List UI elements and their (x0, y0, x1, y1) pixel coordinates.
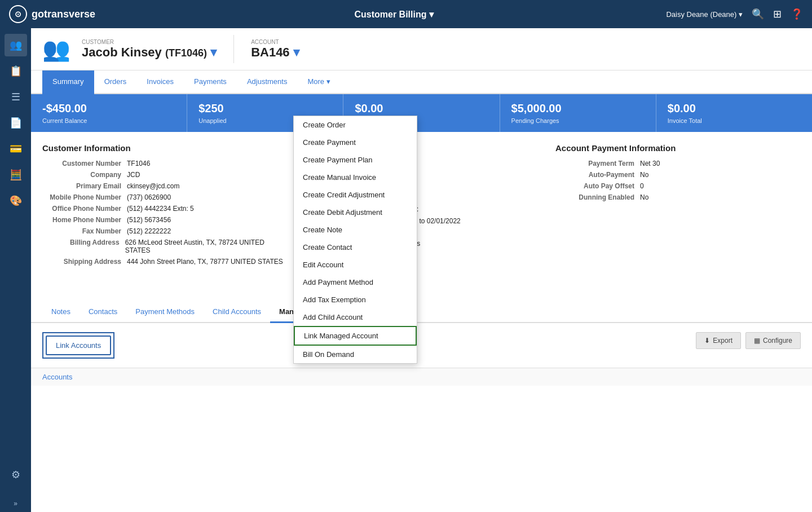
export-button[interactable]: ⬇ Export (696, 332, 741, 349)
account-name[interactable]: BA146 ▾ (251, 45, 299, 60)
sidebar-item-gear[interactable]: ⚙ (5, 464, 27, 486)
sidebar-item-document[interactable]: 📄 (5, 112, 27, 134)
dropdown-create-manual-invoice[interactable]: Create Manual Invoice (294, 169, 417, 186)
info-val-payment-term: Net 30 (640, 160, 660, 167)
sidebar-item-calculator[interactable]: 🧮 (5, 164, 27, 186)
sidebar: 👥 📋 ☰ 📄 💳 🧮 🎨 ⚙ » (0, 28, 31, 512)
stat-value-pending: $5,000.00 (511, 102, 645, 115)
bottom-content-area: Link Accounts ⬇ Export ▦ Configure (31, 323, 812, 368)
nav-right: Daisy Deane (Deane) ▾ 🔍 ⊞ ❓ (666, 8, 803, 20)
customer-avatar-icon: 👥 (42, 36, 70, 63)
sidebar-expand[interactable]: » (5, 495, 27, 512)
info-val-auto-pay-offset: 0 (640, 182, 644, 190)
bottom-tab-child-accounts[interactable]: Child Accounts (204, 302, 270, 323)
export-icon: ⬇ (704, 337, 710, 345)
nav-title[interactable]: Customer Billing ▾ (122, 9, 666, 20)
dropdown-add-child-account[interactable]: Add Child Account (294, 308, 417, 326)
header-divider (233, 35, 234, 63)
info-key-mobile: Mobile Phone Number (42, 193, 127, 201)
link-accounts-wrapper: Link Accounts (42, 332, 114, 359)
action-buttons-group: ⬇ Export ▦ Configure (696, 332, 801, 349)
tab-orders[interactable]: Orders (94, 70, 137, 94)
dropdown-create-payment[interactable]: Create Payment (294, 134, 417, 151)
configure-icon: ▦ (754, 337, 760, 345)
info-key-home: Home Phone Number (42, 216, 127, 224)
sidebar-item-people[interactable]: 👥 (5, 34, 27, 56)
stats-bar: -$450.00 Current Balance $250 Unapplied … (31, 94, 812, 132)
sidebar-item-palette[interactable]: 🎨 (5, 189, 27, 212)
tab-summary[interactable]: Summary (42, 70, 94, 94)
info-row-auto-payment: Auto-Payment No (555, 171, 801, 179)
stat-invoice-total: $0.00 Invoice Total (656, 94, 812, 132)
info-key-office: Office Phone Number (42, 205, 127, 213)
user-menu[interactable]: Daisy Deane (Deane) ▾ (666, 10, 743, 19)
customer-id: (TF1046) (165, 47, 207, 59)
dropdown-link-managed-account[interactable]: Link Managed Account (294, 326, 417, 346)
link-accounts-button[interactable]: Link Accounts (46, 336, 111, 355)
payment-information-section: Account Payment Information Payment Term… (555, 143, 801, 285)
info-row-company: Company JCD (42, 171, 288, 179)
info-val-email: ckinsey@jcd.com (127, 182, 180, 190)
tab-invoices[interactable]: Invoices (136, 70, 184, 94)
sidebar-item-card[interactable]: 💳 (5, 138, 27, 160)
bottom-tab-contacts[interactable]: Contacts (80, 302, 126, 323)
stat-current-balance: -$450.00 Current Balance (31, 94, 187, 132)
dropdown-create-note[interactable]: Create Note (294, 221, 417, 239)
accounts-link[interactable]: Accounts (42, 373, 72, 381)
account-dropdown-arrow: ▾ (293, 45, 299, 59)
dropdown-add-payment-method[interactable]: Add Payment Method (294, 273, 417, 291)
info-row-payment-term: Payment Term Net 30 (555, 160, 801, 167)
payment-info-title: Account Payment Information (555, 143, 801, 153)
dropdown-create-order[interactable]: Create Order (294, 116, 417, 134)
info-val-customer-number: TF1046 (127, 160, 150, 167)
customer-header: 👥 CUSTOMER Jacob Kinsey (TF1046) ▾ ACCOU… (31, 28, 812, 70)
info-val-billing-addr: 626 McLeod Street Austin, TX, 78724 UNIT… (125, 239, 288, 254)
dropdown-bill-on-demand[interactable]: Bill On Demand (294, 346, 417, 363)
main-content: 👥 CUSTOMER Jacob Kinsey (TF1046) ▾ ACCOU… (31, 28, 812, 512)
bottom-tab-notes[interactable]: Notes (42, 302, 80, 323)
configure-button[interactable]: ▦ Configure (745, 332, 801, 349)
stat-value-past-due: $0.00 (355, 102, 488, 115)
dropdown-edit-account[interactable]: Edit Account (294, 256, 417, 273)
stat-label-invoice: Invoice Total (668, 117, 801, 124)
tab-payments[interactable]: Payments (184, 70, 237, 94)
dropdown-create-credit-adjustment[interactable]: Create Credit Adjustment (294, 186, 417, 204)
top-navigation: ⊙ gotransverse Customer Billing ▾ Daisy … (0, 0, 812, 28)
info-row-fax: Fax Number (512) 2222222 (42, 227, 288, 235)
info-row-email: Primary Email ckinsey@jcd.com (42, 182, 288, 190)
tab-more[interactable]: More ▾ (297, 70, 340, 94)
tab-adjustments[interactable]: Adjustments (237, 70, 298, 94)
info-key-fax: Fax Number (42, 227, 127, 235)
info-row-dunning: Dunning Enabled No (555, 193, 801, 201)
dropdown-create-payment-plan[interactable]: Create Payment Plan (294, 151, 417, 169)
dropdown-add-tax-exemption[interactable]: Add Tax Exemption (294, 291, 417, 308)
grid-icon[interactable]: ⊞ (773, 8, 782, 20)
customer-label: CUSTOMER (82, 39, 217, 45)
app-logo[interactable]: ⊙ gotransverse (9, 5, 122, 23)
account-block: ACCOUNT BA146 ▾ (251, 39, 299, 60)
info-row-shipping-addr: Shipping Address 444 John Street Plano, … (42, 258, 288, 266)
info-row-home: Home Phone Number (512) 5673456 (42, 216, 288, 224)
bottom-tab-bar: Notes Contacts Payment Methods Child Acc… (31, 302, 812, 323)
customer-dropdown-arrow[interactable]: ▾ (210, 45, 217, 59)
info-val-mobile: (737) 0626900 (127, 193, 171, 201)
info-key-shipping-addr: Shipping Address (42, 258, 127, 266)
stat-value-balance: -$450.00 (42, 102, 175, 115)
info-key-customer-number: Customer Number (42, 160, 127, 167)
help-icon[interactable]: ❓ (791, 8, 803, 20)
sidebar-item-list[interactable]: ☰ (5, 86, 27, 108)
sidebar-item-copy[interactable]: 📋 (5, 60, 27, 82)
dropdown-create-debit-adjustment[interactable]: Create Debit Adjustment (294, 204, 417, 221)
info-val-company: JCD (127, 171, 140, 179)
search-icon[interactable]: 🔍 (752, 8, 764, 20)
main-layout: 👥 📋 ☰ 📄 💳 🧮 🎨 ⚙ » 👥 CUSTOMER Jacob Kinse… (0, 28, 812, 512)
main-tab-bar: Summary Orders Invoices Payments Adjustm… (31, 70, 812, 94)
dropdown-create-contact[interactable]: Create Contact (294, 239, 417, 256)
info-val-dunning: No (640, 193, 648, 201)
info-row-mobile: Mobile Phone Number (737) 0626900 (42, 193, 288, 201)
info-val-shipping-addr: 444 John Street Plano, TX, 78777 UNITED … (127, 258, 283, 266)
info-row-billing-addr: Billing Address 626 McLeod Street Austin… (42, 239, 288, 254)
logo-text: gotransverse (32, 8, 95, 20)
info-key-company: Company (42, 171, 127, 179)
bottom-tab-payment-methods[interactable]: Payment Methods (126, 302, 204, 323)
